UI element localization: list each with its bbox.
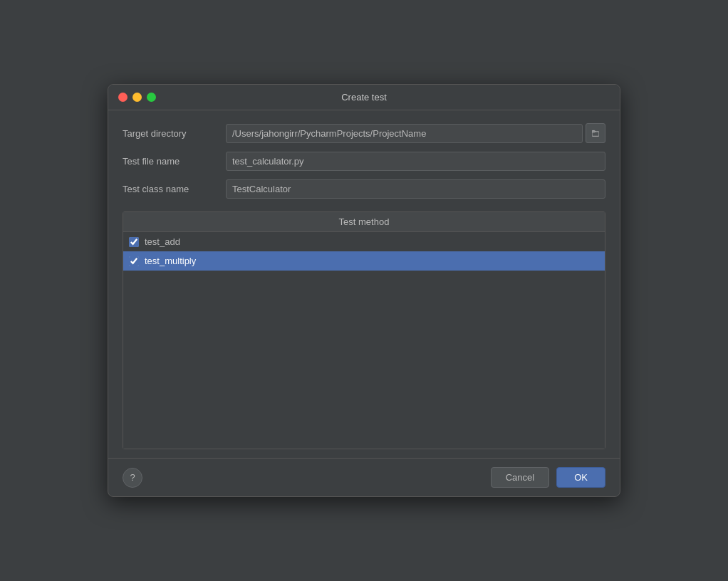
test-method-list: test_add test_multiply [123, 232, 605, 449]
test-multiply-label: test_multiply [145, 256, 196, 266]
minimize-button[interactable] [132, 93, 142, 102]
window-controls [118, 93, 156, 102]
test-method-header: Test method [123, 212, 605, 232]
create-test-dialog: Create test Target directory Test file n… [108, 84, 620, 497]
maximize-button[interactable] [147, 93, 156, 102]
test-file-name-label: Test file name [123, 156, 226, 167]
test-file-name-row: Test file name [123, 152, 605, 171]
test-multiply-checkbox[interactable] [129, 256, 139, 266]
ok-button[interactable]: OK [556, 467, 605, 488]
target-directory-label: Target directory [123, 128, 226, 139]
target-directory-row: Target directory [123, 123, 605, 143]
browse-button[interactable] [586, 123, 605, 143]
test-method-item-test-add[interactable]: test_add [123, 232, 605, 251]
test-add-checkbox[interactable] [129, 237, 139, 247]
test-method-section: Test method test_add test_multiply [123, 211, 605, 449]
target-directory-input[interactable] [226, 124, 583, 143]
dialog-body: Target directory Test file name Test cla… [108, 110, 620, 458]
test-file-name-input[interactable] [226, 152, 605, 171]
footer-buttons: Cancel OK [491, 467, 605, 488]
target-directory-input-wrapper [226, 123, 605, 143]
close-button[interactable] [118, 93, 128, 102]
title-bar: Create test [108, 85, 620, 110]
cancel-button[interactable]: Cancel [491, 467, 549, 488]
dialog-footer: ? Cancel OK [108, 458, 620, 496]
test-class-name-input-wrapper [226, 179, 605, 199]
dialog-title: Create test [341, 92, 387, 103]
test-class-name-label: Test class name [123, 184, 226, 194]
test-file-name-input-wrapper [226, 152, 605, 171]
test-add-label: test_add [145, 236, 180, 247]
help-button[interactable]: ? [123, 468, 142, 488]
test-class-name-row: Test class name [123, 179, 605, 199]
test-class-name-input[interactable] [226, 179, 605, 199]
test-method-item-test-multiply[interactable]: test_multiply [123, 251, 605, 271]
